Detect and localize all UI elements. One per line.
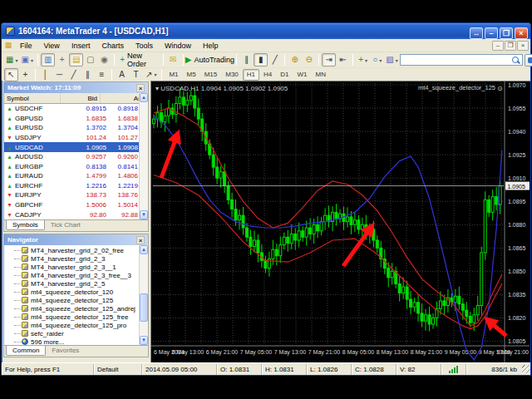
status-profile[interactable]: Default [93,364,141,375]
column-header-bid[interactable]: Bid [61,93,101,103]
crosshair-tool[interactable]: + [18,68,32,81]
market-watch-row[interactable]: ▲USDCAD1.09051.0908 [4,142,148,152]
market-watch-row[interactable]: ▼USDJPY101.24101.27 [4,133,148,143]
fibonacci-tool[interactable]: ≡ [95,68,109,81]
text-tool[interactable]: A [115,68,129,81]
navigator-item[interactable]: MT4_harvester_grid_2_3__1 [4,263,139,271]
market-watch-close-icon[interactable]: × [136,84,145,92]
navigator-item[interactable]: mt4_squeeze_detector_120 [4,288,139,296]
metaeditor-button[interactable]: ✉ [166,53,180,66]
market-watch-row[interactable]: ▼EURJPY138.73138.76 [4,190,148,200]
line-chart-mode-button[interactable]: ╱ [268,53,282,66]
auto-scroll-toggle[interactable]: ⇥ [322,53,336,66]
indicator-delete-icon[interactable]: ⊙ [497,85,503,92]
minimize-button[interactable]: – [485,27,498,39]
horizontal-line-tool[interactable]: ─ [52,68,66,81]
channel-tool[interactable]: ∥ [81,68,95,81]
market-watch-row[interactable]: ▲EURAUD1.47991.4806 [4,171,148,181]
menu-item-insert[interactable]: Insert [66,41,96,51]
nav-scroll-thumb[interactable] [140,293,148,322]
timeframe-m15-button[interactable]: M15 [200,69,222,81]
navigator-item[interactable]: mt4_squeeze_detector_125_andrej [4,304,139,313]
strategy-tester-toggle[interactable]: ◉ [97,53,111,66]
candlestick-mode-button[interactable]: ▮ [254,53,268,66]
nav-scroll-up-icon[interactable]: ▲ [140,245,148,254]
search-input[interactable] [400,54,523,66]
market-watch-row[interactable]: ▲GBPUSD1.68351.6838 [4,114,148,124]
timeframe-mn-button[interactable]: MN [311,69,329,81]
navigator-item[interactable]: MT4_harvester_grid_2_5 [4,279,139,288]
market-watch-row[interactable]: ▼GBPCHF1.50061.5014 [4,200,148,210]
market-watch-header[interactable]: Market Watch: 17:11:09 × [4,82,148,93]
navigator-toggle[interactable]: ▤ [69,53,83,66]
zoom-in-button[interactable]: ⊕ [288,53,302,66]
menu-item-view[interactable]: View [38,41,66,51]
navigator-item[interactable]: MT4_harvester_grid_2_3_free__3 [4,271,139,279]
market-watch-row[interactable]: ▲EURCHF1.22161.2219 [4,181,148,191]
search-icon[interactable] [512,57,520,64]
market-watch-scrollbar[interactable]: ▲ ▼ [139,93,148,219]
market-watch-row[interactable]: ▲USDCHF0.89150.8918 [4,104,148,114]
nav-scroll-down-icon[interactable]: ▼ [140,336,148,345]
market-watch-row[interactable]: ▲AUDUSD0.92570.9260 [4,152,148,162]
market-watch-toggle[interactable]: ▥ [41,53,55,66]
resize-grip[interactable] [522,365,530,373]
navigator-close-icon[interactable]: × [136,236,145,244]
menu-item-help[interactable]: Help [197,41,224,51]
title-bar[interactable]: 1604164: MetaTrader 4 - [USDCAD,H1] ↔–❐× [2,23,530,39]
navigator-item[interactable]: mt4_squeeze_detector_125_free [4,313,139,321]
navigator-item[interactable]: MT4_harvester_grid_2_02_free [4,246,139,254]
navigator-item[interactable]: MT4_harvester_grid_2_3 [4,254,139,263]
timeframe-m5-button[interactable]: M5 [183,69,200,81]
chat-button[interactable] [525,54,532,66]
autotrading-button[interactable]: ▶AutoTrading [186,53,234,66]
cursor-tool[interactable]: ↖ [4,68,18,81]
indicators-button[interactable]: +▾ [356,53,370,66]
arrows-tool[interactable]: ↗▾ [143,68,159,81]
market-watch-row[interactable]: ▲EURUSD1.37021.3704 [4,123,148,133]
timeframe-d1-button[interactable]: D1 [276,69,293,81]
navigator-item[interactable]: mt4_squeeze_detector_125 [4,296,139,304]
zoom-out-button[interactable]: ⊖ [302,53,316,66]
data-window-toggle[interactable]: + [55,53,69,66]
timeframe-m30-button[interactable]: M30 [221,69,243,81]
mdi-restore-button[interactable]: ❐ [505,41,516,51]
profiles-button[interactable]: ▣▾ [20,53,36,66]
navigator-header[interactable]: Navigator × [4,234,148,245]
tab-favorites[interactable]: Favorites [46,346,85,355]
column-header-symbol[interactable]: Symbol [4,93,61,103]
timeframe-h1-button[interactable]: H1 [243,69,259,81]
scroll-down-icon[interactable]: ▼ [140,210,148,219]
trendline-tool[interactable]: ╱ [66,68,81,81]
remote-resize-button[interactable]: ↔ [470,27,483,39]
vertical-line-tool[interactable]: │ [38,68,52,81]
tab-tick-chart[interactable]: Tick Chart [45,220,86,229]
bar-chart-mode-button[interactable]: ∥ [239,53,254,66]
chart-shift-toggle[interactable]: ⇤ [336,53,350,66]
mdi-close-button[interactable]: × [517,41,529,51]
timeframe-m1-button[interactable]: M1 [165,69,182,81]
market-watch-row[interactable]: ▲EURGBP0.81380.8141 [4,161,148,171]
chart-svg[interactable]: 1.09701.09551.09401.09251.09101.08951.08… [151,81,530,363]
maximize-button[interactable]: ❐ [500,27,513,39]
timeframe-h4-button[interactable]: H4 [259,69,276,81]
navigator-item[interactable]: sefc_raider [4,329,139,337]
menu-item-file[interactable]: File [14,41,38,51]
menu-item-window[interactable]: Window [159,41,197,51]
navigator-item[interactable]: 596 more... [4,337,139,345]
tab-common[interactable]: Common [6,346,46,356]
terminal-toggle[interactable]: ▢ [83,53,97,66]
mdi-minimize-button[interactable]: – [492,41,504,51]
new-order-button[interactable]: +New Order [117,53,160,66]
navigator-item[interactable]: mt4_squeeze_detector_125_pro [4,321,139,329]
templates-button[interactable]: ▧▾ [384,53,400,66]
new-chart-button[interactable]: ▦▾ [4,53,20,66]
menu-item-tools[interactable]: Tools [130,41,159,51]
menu-item-charts[interactable]: Charts [96,41,130,51]
tab-symbols[interactable]: Symbols [6,220,45,230]
market-watch-row[interactable]: ▼CADJPY92.8092.88 [4,209,148,219]
navigator-scrollbar[interactable]: ▲ ▼ [139,245,148,345]
timeframe-w1-button[interactable]: W1 [293,69,311,81]
close-button[interactable]: × [515,27,528,39]
scroll-up-icon[interactable]: ▲ [140,93,148,102]
